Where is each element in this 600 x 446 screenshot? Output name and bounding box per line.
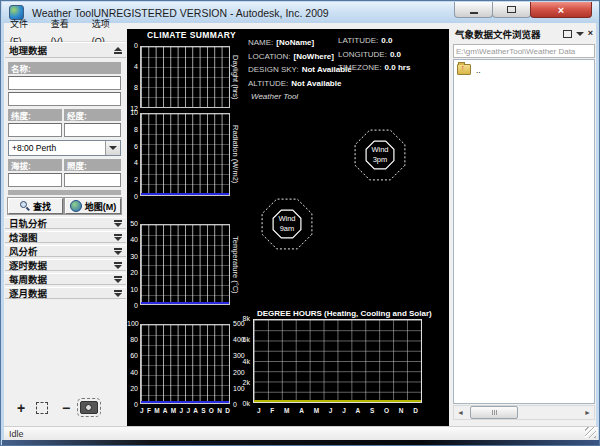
daylight-axis-label: Daylight (hrs) (231, 46, 240, 108)
sidebar-section-label: 每周数据 (9, 272, 47, 286)
find-button[interactable]: 查找 (8, 198, 63, 214)
dropdown-button[interactable] (105, 141, 120, 155)
tick-label: 8 (127, 84, 138, 91)
info-label: DESIGN SKY: (248, 65, 299, 74)
location-info-right: LATITUDE:0.0LONGITUDE:0.0TIMEZONE:0.0 hr… (338, 34, 410, 75)
tick-label: 50 (127, 220, 138, 227)
temperature-chart (140, 224, 230, 305)
temperature-axis-label: Temperature (°C) (231, 224, 240, 305)
info-label: LOCATION: (248, 52, 291, 61)
name-input-2[interactable] (8, 92, 121, 106)
sidebar-section-header[interactable]: 每周数据 (5, 273, 126, 285)
weather-tool-watermark: Weather Tool (251, 92, 298, 101)
tick-label: 30 (127, 253, 138, 260)
tick-label: 4k (235, 358, 250, 365)
climate-summary-canvas: CLIMATE SUMMARY NAME:[NoName]LOCATION:[N… (127, 29, 449, 426)
browser-path-field[interactable]: E:\gm\WeatherTool\Weather Data (453, 44, 595, 58)
location-info-left: NAME:[NoName]LOCATION:[NoWhere]DESIGN SK… (248, 36, 352, 90)
sidebar-section-header[interactable]: 日轨分析 (5, 217, 126, 229)
app-window: Weather ToolUNREGISTERED VERSION - Autod… (0, 0, 600, 446)
close-button[interactable]: × (530, 2, 592, 18)
expand-icon[interactable] (114, 234, 122, 241)
month-label: M (154, 407, 159, 414)
month-label: F (147, 407, 151, 414)
illuminance-input[interactable] (64, 173, 121, 187)
month-label: A (163, 407, 168, 414)
tick-label: 4 (127, 63, 138, 70)
wind-rose-3pm[interactable]: Wind 3pm (352, 127, 408, 183)
expand-icon[interactable] (114, 276, 122, 283)
weather-file-browser-header[interactable]: 气象数据文件浏览器 × (451, 25, 597, 42)
divider (8, 190, 121, 195)
altitude-input[interactable] (8, 173, 62, 187)
panel-menu-icon[interactable] (576, 32, 584, 36)
sidebar-section-header[interactable]: 风分析 (5, 245, 126, 257)
zoom-in-button[interactable]: + (13, 400, 29, 416)
collapse-icon[interactable] (114, 47, 122, 54)
close-panel-icon[interactable]: × (588, 29, 593, 38)
tick-label: 80 (127, 336, 138, 343)
timezone-select[interactable]: +8:00 Perth (8, 140, 121, 156)
snapshot-button[interactable] (80, 401, 98, 414)
browser-file-item[interactable]: .. (454, 60, 594, 75)
sidebar-section-label: 日轨分析 (9, 216, 47, 230)
expand-icon[interactable] (114, 248, 122, 255)
fit-view-button[interactable] (36, 402, 48, 414)
info-value: [NoWhere] (294, 52, 334, 61)
menu-bar: 文件(F)查看(V)选项(O) (4, 24, 128, 42)
latitude-input[interactable] (8, 123, 62, 137)
wind-time-label: 9am (280, 224, 295, 233)
sidebar-section-label: 逐时数据 (9, 258, 47, 272)
sidebar-section-header[interactable]: 逐时数据 (5, 259, 126, 271)
sidebar-section-header[interactable]: 焓湿图 (5, 231, 126, 243)
tick-label: 10 (127, 286, 138, 293)
expand-icon[interactable] (114, 220, 122, 227)
map-button[interactable]: 地图(M) (65, 198, 121, 214)
month-label: J (179, 407, 183, 414)
wind-label: Wind (278, 214, 295, 223)
zoom-out-button[interactable]: − (58, 400, 74, 416)
sidebar-header-geodata[interactable]: 地理数据 (5, 42, 126, 58)
scroll-left-icon[interactable]: ◄ (454, 409, 467, 416)
tick-label: 4 (127, 159, 138, 166)
expand-icon[interactable] (114, 262, 122, 269)
tick-label: 60 (127, 352, 138, 359)
file-item-label: .. (476, 65, 481, 75)
month-label: O (384, 407, 389, 414)
tick-label: 20 (127, 385, 138, 392)
month-label: J (342, 407, 346, 414)
humidity-yticks-left: 100806040200 (127, 320, 138, 408)
info-value: [NoName] (276, 38, 314, 47)
maximize-button[interactable] (492, 2, 531, 18)
timezone-value: +8:00 Perth (12, 143, 56, 153)
scrollbar-thumb[interactable] (470, 406, 518, 419)
longitude-input[interactable] (64, 123, 121, 137)
degree-hours-yticks: 8k6k4k2k0k (235, 315, 250, 407)
browser-h-scrollbar[interactable]: ◄ ► (453, 405, 595, 420)
month-label: N (399, 407, 404, 414)
plus-icon: + (17, 400, 25, 416)
float-panel-icon[interactable] (563, 30, 572, 38)
camera-icon (80, 401, 98, 414)
month-label: A (299, 407, 304, 414)
month-label: S (201, 407, 205, 414)
degree-hours-title: DEGREE HOURS (Heating, Cooling and Solar… (257, 309, 432, 318)
sidebar-section-label: 焓湿图 (9, 230, 38, 244)
close-icon: × (558, 4, 564, 16)
info-row: LOCATION:[NoWhere] (248, 50, 352, 64)
info-value: 0.0 (381, 36, 392, 45)
wind-rose-9am[interactable]: Wind 9am (259, 196, 315, 252)
month-label: F (270, 407, 274, 414)
sidebar-section-header[interactable]: 逐月数据 (5, 287, 126, 299)
fit-frame-icon (36, 402, 48, 414)
minimize-button[interactable] (454, 2, 493, 18)
tick-label: 2k (235, 379, 250, 386)
info-label: LATITUDE: (338, 36, 378, 45)
name-input-1[interactable] (8, 76, 121, 90)
scroll-right-icon[interactable]: ► (581, 409, 594, 416)
resize-grip[interactable] (585, 427, 596, 438)
tick-label: 0k (235, 400, 250, 407)
browser-file-list[interactable]: .. (453, 59, 595, 404)
tick-label: 0 (127, 42, 138, 49)
expand-icon[interactable] (114, 290, 122, 297)
